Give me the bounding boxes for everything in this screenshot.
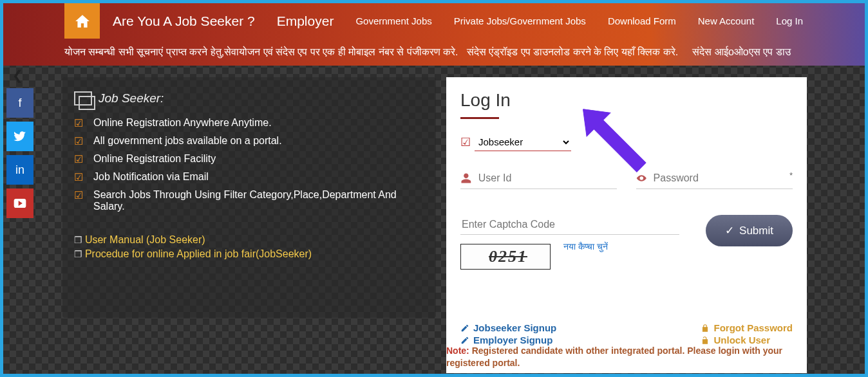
nav-gov-jobs[interactable]: Government Jobs xyxy=(355,15,431,26)
list-item: ☑Online Registration Facility xyxy=(74,153,424,165)
edit-icon xyxy=(460,336,469,345)
nav-login[interactable]: Log In xyxy=(776,15,803,26)
employer-signup-link[interactable]: Employer Signup xyxy=(460,335,556,345)
social-sidebar: f in xyxy=(6,88,33,222)
job-fair-procedure-link[interactable]: Procedue for online Applied in job fair(… xyxy=(74,248,424,260)
check-icon: ☑ xyxy=(74,117,84,129)
eye-icon xyxy=(636,172,647,185)
list-item: ☑Search Jobs Through Using Filter Catego… xyxy=(74,189,424,212)
nav-download-form[interactable]: Download Form xyxy=(608,15,676,26)
captcha-image: 0251 xyxy=(460,244,551,270)
nav-employer[interactable]: Employer xyxy=(277,14,334,29)
login-note: Note: Registered candidate with other in… xyxy=(446,345,807,371)
list-item-text: Search Jobs Through Using Filter Categor… xyxy=(93,189,424,212)
list-item: ☑All government jobs available on a port… xyxy=(74,135,424,147)
list-item-text: Online Registration Anywhere Anytime. xyxy=(93,117,272,129)
facebook-icon[interactable]: f xyxy=(6,88,33,118)
forgot-password-link[interactable]: Forgot Password xyxy=(701,322,793,333)
nav-job-seeker[interactable]: Are You A Job Seeker ? xyxy=(113,14,255,29)
note-body: Registered candidate with other integrat… xyxy=(446,345,782,368)
note-prefix: Note: xyxy=(446,345,472,356)
linkedin-icon[interactable]: in xyxy=(6,155,33,185)
home-icon xyxy=(74,13,91,30)
feature-list: ☑Online Registration Anywhere Anytime. ☑… xyxy=(74,117,424,212)
panel-title-row: Job Seeker: xyxy=(74,91,424,106)
submit-button[interactable]: ✓ Submit xyxy=(706,215,793,246)
windows-icon xyxy=(74,91,92,106)
captcha-row: 0251 नया कैप्चा चुनें ✓ Submit xyxy=(460,215,793,270)
back-chevron-icon[interactable]: ❮ xyxy=(12,68,23,83)
jobseeker-signup-link[interactable]: Jobseeker Signup xyxy=(460,322,556,333)
submit-label: Submit xyxy=(739,225,773,237)
account-links: Forgot Password Unlock User xyxy=(701,321,793,347)
login-footer: Jobseeker Signup Employer Signup Forgot … xyxy=(460,321,793,347)
user-id-field xyxy=(460,168,617,189)
marquee-text: योजन सम्बन्धी सभी सूचनाएं प्राप्त करने ह… xyxy=(64,46,791,58)
role-check-icon: ☑ xyxy=(460,135,471,149)
login-title: Log In xyxy=(460,90,793,111)
list-item: ☑Online Registration Anywhere Anytime. xyxy=(74,117,424,129)
check-icon: ☑ xyxy=(74,171,84,183)
user-id-input[interactable] xyxy=(478,172,617,184)
role-select[interactable]: Jobseeker xyxy=(475,133,571,151)
check-icon: ☑ xyxy=(74,153,84,165)
password-input[interactable] xyxy=(654,172,783,184)
panel-links: User Manual (Job Seeker) Procedue for on… xyxy=(74,234,424,260)
nav-priv-gov-jobs[interactable]: Private Jobs/Government Jobs xyxy=(454,15,586,26)
twitter-icon[interactable] xyxy=(6,122,33,151)
password-field: * xyxy=(636,168,793,189)
check-icon: ☑ xyxy=(74,135,84,147)
youtube-icon[interactable] xyxy=(6,188,33,218)
lock-icon xyxy=(701,324,710,333)
captcha-col: 0251 नया कैप्चा चुनें xyxy=(460,215,686,270)
nav-new-account[interactable]: New Account xyxy=(698,15,755,26)
signup-links: Jobseeker Signup Employer Signup xyxy=(460,321,556,347)
list-item-text: Online Registration Facility xyxy=(93,153,216,165)
nav-links: Are You A Job Seeker ? Employer Governme… xyxy=(113,14,803,29)
list-item: ☑Job Notification via Email xyxy=(74,171,424,183)
title-underline xyxy=(460,117,499,119)
user-manual-link[interactable]: User Manual (Job Seeker) xyxy=(74,234,424,246)
check-icon: ☑ xyxy=(74,189,84,212)
required-star: * xyxy=(789,170,793,180)
top-nav: Are You A Job Seeker ? Employer Governme… xyxy=(3,3,865,39)
unlock-icon xyxy=(701,336,710,345)
user-icon xyxy=(460,172,472,185)
page-frame: Are You A Job Seeker ? Employer Governme… xyxy=(3,3,865,374)
panel-title: Job Seeker: xyxy=(99,91,164,106)
home-button[interactable] xyxy=(64,3,100,39)
check-icon: ✓ xyxy=(725,224,734,237)
edit-icon xyxy=(460,324,469,333)
list-item-text: Job Notification via Email xyxy=(93,171,209,183)
job-seeker-panel: Job Seeker: ☑Online Registration Anywher… xyxy=(62,77,436,318)
new-captcha-link[interactable]: नया कैप्चा चुनें xyxy=(563,241,608,252)
unlock-user-link[interactable]: Unlock User xyxy=(701,335,793,345)
list-item-text: All government jobs available on a porta… xyxy=(93,135,282,147)
captcha-input[interactable] xyxy=(460,215,679,235)
marquee-bar: योजन सम्बन्धी सभी सूचनाएं प्राप्त करने ह… xyxy=(3,39,865,66)
